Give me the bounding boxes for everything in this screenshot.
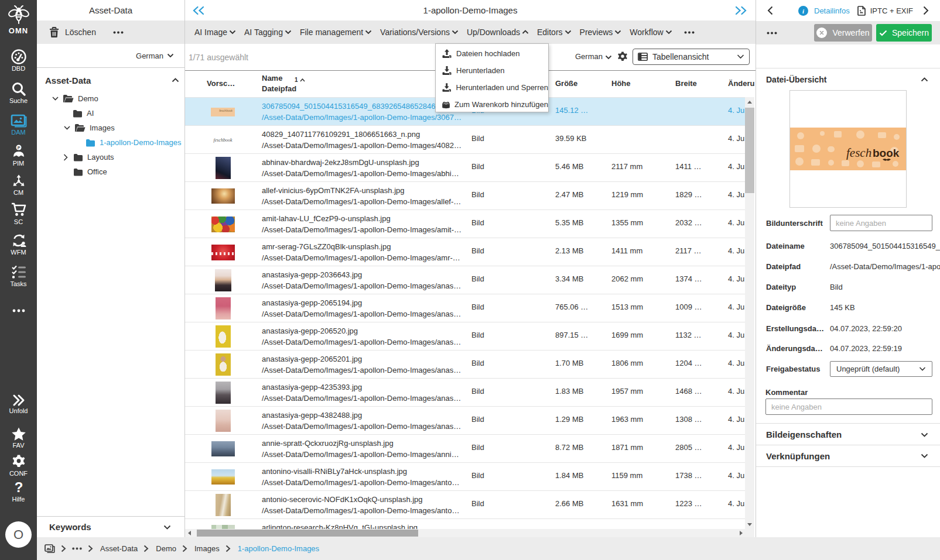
svg-text:book: book [873,147,900,159]
svg-text:?: ? [14,481,23,495]
svg-text:fesch: fesch [846,146,871,160]
svg-text:P: P [17,146,20,150]
